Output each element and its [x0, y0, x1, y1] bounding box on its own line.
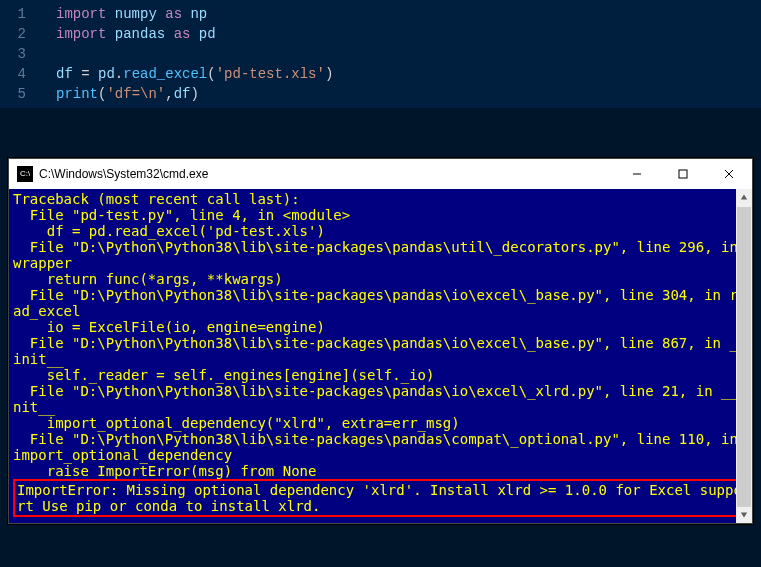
terminal-output[interactable]: Traceback (most recent call last): File … [9, 189, 752, 523]
line-number: 2 [0, 24, 30, 44]
code-line[interactable]: 4df = pd.read_excel('pd-test.xls') [0, 64, 761, 84]
terminal-window: C:\ C:\Windows\System32\cmd.exe Tracebac… [8, 158, 753, 524]
svg-marker-4 [741, 195, 747, 200]
error-highlight: ImportError: Missing optional dependency… [13, 479, 748, 517]
maximize-button[interactable] [660, 159, 706, 189]
scroll-thumb[interactable] [737, 207, 751, 507]
code-content: import pandas as pd [30, 24, 216, 44]
traceback-line: df = pd.read_excel('pd-test.xls') [13, 223, 748, 239]
line-number: 4 [0, 64, 30, 84]
cmd-icon: C:\ [17, 166, 33, 182]
terminal-title: C:\Windows\System32\cmd.exe [39, 167, 614, 181]
code-editor-pane: 1import numpy as np2import pandas as pd3… [0, 0, 761, 108]
code-line[interactable]: 5print('df=\n',df) [0, 84, 761, 104]
traceback-line: File "pd-test.py", line 4, in <module> [13, 207, 748, 223]
traceback-line: io = ExcelFile(io, engine=engine) [13, 319, 748, 335]
code-line[interactable]: 1import numpy as np [0, 4, 761, 24]
svg-rect-1 [679, 170, 687, 178]
terminal-titlebar[interactable]: C:\ C:\Windows\System32\cmd.exe [9, 159, 752, 189]
traceback-line: File "D:\Python\Python38\lib\site-packag… [13, 287, 748, 319]
traceback-line: import_optional_dependency("xlrd", extra… [13, 415, 748, 431]
traceback-line: raise ImportError(msg) from None [13, 463, 748, 479]
code-content: df = pd.read_excel('pd-test.xls') [30, 64, 333, 84]
line-number: 3 [0, 44, 30, 64]
traceback-line: File "D:\Python\Python38\lib\site-packag… [13, 239, 748, 271]
line-number: 5 [0, 84, 30, 104]
code-content: import numpy as np [30, 4, 207, 24]
traceback-line: self._reader = self._engines[engine](sel… [13, 367, 748, 383]
code-content: print('df=\n',df) [30, 84, 199, 104]
svg-marker-5 [741, 513, 747, 518]
code-line[interactable]: 3 [0, 44, 761, 64]
traceback-line: File "D:\Python\Python38\lib\site-packag… [13, 335, 748, 367]
traceback-line: File "D:\Python\Python38\lib\site-packag… [13, 383, 748, 415]
code-line[interactable]: 2import pandas as pd [0, 24, 761, 44]
line-number: 1 [0, 4, 30, 24]
minimize-button[interactable] [614, 159, 660, 189]
scroll-up-button[interactable] [736, 189, 752, 205]
scroll-down-button[interactable] [736, 507, 752, 523]
close-button[interactable] [706, 159, 752, 189]
traceback-line: return func(*args, **kwargs) [13, 271, 748, 287]
traceback-line: Traceback (most recent call last): [13, 191, 748, 207]
window-controls [614, 159, 752, 189]
code-content [30, 44, 56, 64]
traceback-line: File "D:\Python\Python38\lib\site-packag… [13, 431, 748, 463]
terminal-scrollbar[interactable] [736, 189, 752, 523]
